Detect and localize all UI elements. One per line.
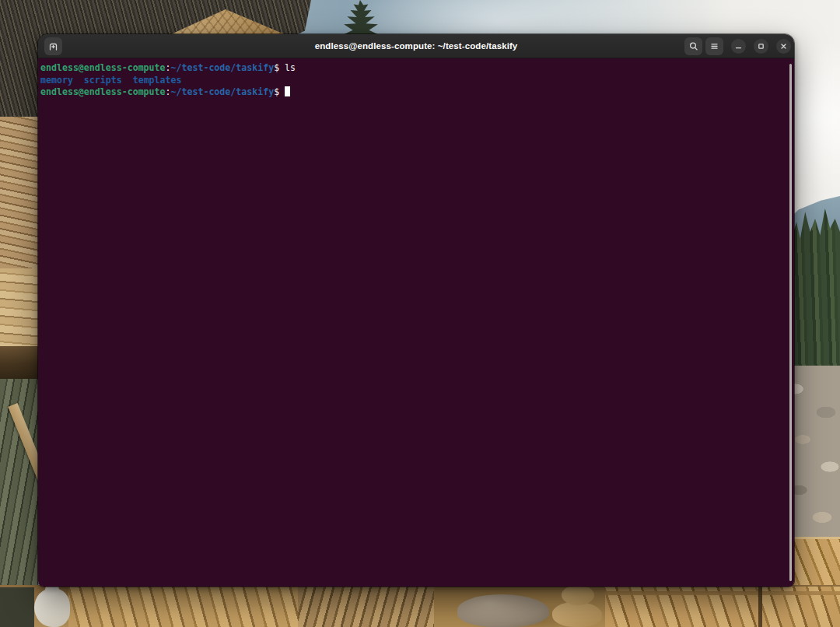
- new-tab-button[interactable]: [44, 37, 62, 55]
- prompt-path: ~/test-code/taskify: [171, 86, 275, 97]
- titlebar[interactable]: endless@endless-compute: ~/test-code/tas…: [38, 34, 794, 58]
- wallpaper-dark-corner: [0, 587, 34, 627]
- prompt-separator: :: [166, 86, 171, 97]
- prompt-user-host: endless@endless-compute: [40, 86, 166, 97]
- wallpaper-shingles: [0, 117, 38, 268]
- wallpaper-pole: [758, 587, 762, 627]
- minimize-icon: [733, 41, 744, 51]
- close-icon: [779, 41, 789, 51]
- terminal-screen[interactable]: endless@endless-compute:~/test-code/task…: [38, 58, 794, 587]
- search-icon: [688, 40, 699, 52]
- tab-new-icon: [47, 40, 59, 52]
- maximize-icon: [756, 41, 766, 51]
- terminal-line-prompt-1: endless@endless-compute:~/test-code/task…: [40, 62, 792, 75]
- wallpaper-dark-beam: [0, 346, 38, 379]
- titlebar-left-controls: [41, 37, 62, 55]
- text-cursor: [285, 86, 290, 96]
- wallpaper-stacked-stone-top: [562, 585, 594, 605]
- prompt-path: ~/test-code/taskify: [171, 62, 275, 73]
- hamburger-menu-icon: [709, 40, 720, 52]
- terminal-line-prompt-2: endless@endless-compute:~/test-code/task…: [40, 86, 792, 99]
- close-button[interactable]: [776, 39, 791, 54]
- scrollbar[interactable]: [789, 64, 792, 581]
- wallpaper-crate-rail: [605, 591, 840, 595]
- wallpaper-planks: [0, 268, 38, 346]
- titlebar-right-controls: [681, 37, 791, 55]
- directory-entry: templates: [133, 75, 182, 86]
- directory-entry: scripts: [84, 75, 122, 86]
- wallpaper-stacked-stone: [552, 602, 602, 627]
- prompt-symbol: $: [274, 86, 279, 97]
- prompt-user-host: endless@endless-compute: [40, 62, 166, 73]
- wallpaper-leaning-planks-dark: [298, 587, 434, 627]
- terminal-window[interactable]: endless@endless-compute: ~/test-code/tas…: [38, 34, 794, 587]
- maximize-button[interactable]: [754, 39, 768, 54]
- minimize-button[interactable]: [731, 39, 746, 54]
- menu-button[interactable]: [705, 37, 723, 55]
- prompt-symbol: $: [274, 62, 279, 73]
- search-button[interactable]: [684, 37, 702, 55]
- directory-entry: memory: [40, 75, 73, 86]
- prompt-separator: :: [166, 62, 171, 73]
- terminal-line-ls-output: memoryscriptstemplates: [40, 75, 792, 87]
- command-text: ls: [285, 62, 296, 73]
- wallpaper-leaning-planks: [68, 587, 298, 627]
- wallpaper-boulder: [457, 594, 549, 627]
